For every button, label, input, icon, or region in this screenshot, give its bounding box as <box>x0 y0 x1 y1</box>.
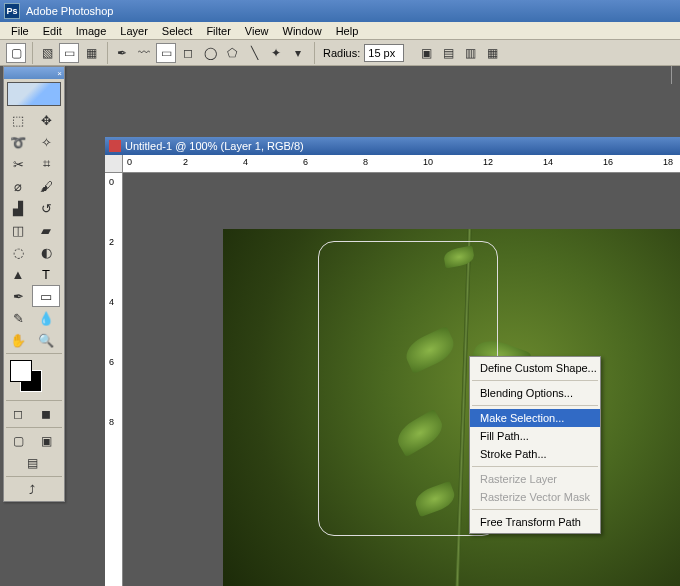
polygon-shape-icon[interactable]: ⬠ <box>222 43 242 63</box>
tools-thumb <box>4 79 64 109</box>
ruler-tick: 0 <box>127 157 132 167</box>
radius-input[interactable] <box>364 44 404 62</box>
screen-mode-full-menu[interactable]: ▣ <box>32 430 60 452</box>
document-titlebar[interactable]: Untitled-1 @ 100% (Layer 1, RGB/8) <box>105 137 680 155</box>
menu-image[interactable]: Image <box>69 23 114 39</box>
history-brush-tool[interactable]: ↺ <box>32 197 60 219</box>
standard-mode-icon[interactable]: ◻ <box>4 403 32 425</box>
separator <box>6 353 62 354</box>
notes-tool[interactable]: ✎ <box>4 307 32 329</box>
zoom-tool[interactable]: 🔍 <box>32 329 60 351</box>
menu-window[interactable]: Window <box>276 23 329 39</box>
path-op-add[interactable]: ▣ <box>416 43 436 63</box>
magic-wand-tool[interactable]: ✧ <box>32 131 60 153</box>
path-op-subtract[interactable]: ▤ <box>438 43 458 63</box>
ruler-tick: 0 <box>109 177 114 187</box>
leaf <box>412 481 458 517</box>
app-titlebar: Ps Adobe Photoshop <box>0 0 680 22</box>
ruler-tick: 10 <box>423 157 433 167</box>
image-content <box>223 229 680 586</box>
separator <box>6 400 62 401</box>
line-shape-icon[interactable]: ╲ <box>244 43 264 63</box>
ruler-tick: 2 <box>109 237 114 247</box>
jump-to-imageready[interactable]: ⤴ <box>4 479 60 501</box>
brush-tool[interactable]: 🖌 <box>32 175 60 197</box>
menu-edit[interactable]: Edit <box>36 23 69 39</box>
menubar: File Edit Image Layer Select Filter View… <box>0 22 680 40</box>
custom-shape-icon[interactable]: ✦ <box>266 43 286 63</box>
ruler-tick: 8 <box>363 157 368 167</box>
color-swatches <box>4 356 64 398</box>
geometry-options-dropdown[interactable]: ▾ <box>288 43 308 63</box>
ruler-origin[interactable] <box>105 155 123 173</box>
photoshop-icon: Ps <box>4 3 20 19</box>
vertical-ruler[interactable]: 0 2 4 6 8 <box>105 173 123 586</box>
menu-blending-options[interactable]: Blending Options... <box>470 384 600 402</box>
hand-tool[interactable]: ✋ <box>4 329 32 351</box>
move-tool[interactable]: ✥ <box>32 109 60 131</box>
menu-stroke-path[interactable]: Stroke Path... <box>470 445 600 463</box>
ruler-tick: 6 <box>109 357 114 367</box>
blur-tool[interactable]: ◌ <box>4 241 32 263</box>
canvas[interactable] <box>223 229 680 586</box>
marquee-tool[interactable]: ⬚ <box>4 109 32 131</box>
slice-tool[interactable]: ⌗ <box>32 153 60 175</box>
ellipse-shape-icon[interactable]: ◯ <box>200 43 220 63</box>
menu-free-transform-path[interactable]: Free Transform Path <box>470 513 600 531</box>
menu-separator <box>472 380 598 381</box>
shape-layers-mode[interactable]: ▧ <box>37 43 57 63</box>
screen-mode-standard[interactable]: ▢ <box>4 430 32 452</box>
dodge-tool[interactable]: ◐ <box>32 241 60 263</box>
menu-view[interactable]: View <box>238 23 276 39</box>
menu-select[interactable]: Select <box>155 23 200 39</box>
ruler-tick: 12 <box>483 157 493 167</box>
menu-file[interactable]: File <box>4 23 36 39</box>
menu-fill-path[interactable]: Fill Path... <box>470 427 600 445</box>
pen-tool[interactable]: ✒ <box>4 285 32 307</box>
radius-label: Radius: <box>323 47 360 59</box>
lasso-tool[interactable]: ➰ <box>4 131 32 153</box>
menu-layer[interactable]: Layer <box>113 23 155 39</box>
healing-brush-tool[interactable]: ⌀ <box>4 175 32 197</box>
ruler-tick: 4 <box>243 157 248 167</box>
leaf <box>401 326 459 374</box>
document-title: Untitled-1 @ 100% (Layer 1, RGB/8) <box>125 140 304 152</box>
path-context-menu: Define Custom Shape... Blending Options.… <box>469 356 601 534</box>
rectangle-shape-icon[interactable]: ▭ <box>156 43 176 63</box>
horizontal-ruler[interactable]: 0 2 4 6 8 10 12 14 16 18 <box>123 155 680 173</box>
path-op-exclude[interactable]: ▦ <box>482 43 502 63</box>
type-tool[interactable]: T <box>32 263 60 285</box>
quickmask-mode-icon[interactable]: ◼ <box>32 403 60 425</box>
shape-tool[interactable]: ▭ <box>32 285 60 307</box>
crop-tool[interactable]: ✂ <box>4 153 32 175</box>
rounded-rect-shape-icon[interactable]: ◻ <box>178 43 198 63</box>
menu-help[interactable]: Help <box>329 23 366 39</box>
menu-make-selection[interactable]: Make Selection... <box>470 409 600 427</box>
menu-rasterize-layer: Rasterize Layer <box>470 470 600 488</box>
ruler-tick: 4 <box>109 297 114 307</box>
app-title: Adobe Photoshop <box>26 5 113 17</box>
clone-stamp-tool[interactable]: ▟ <box>4 197 32 219</box>
menu-define-custom-shape[interactable]: Define Custom Shape... <box>470 359 600 377</box>
eyedropper-tool[interactable]: 💧 <box>32 307 60 329</box>
foreground-color[interactable] <box>10 360 32 382</box>
close-icon[interactable]: × <box>57 69 62 78</box>
separator <box>6 427 62 428</box>
path-op-intersect[interactable]: ▥ <box>460 43 480 63</box>
paths-mode[interactable]: ▭ <box>59 43 79 63</box>
tool-preset-picker[interactable]: ▢ <box>6 43 26 63</box>
fill-pixels-mode[interactable]: ▦ <box>81 43 101 63</box>
pen-tool-icon[interactable]: ✒ <box>112 43 132 63</box>
screen-mode-full[interactable]: ▤ <box>4 452 60 474</box>
ruler-tick: 8 <box>109 417 114 427</box>
divider <box>671 66 672 84</box>
gradient-tool[interactable]: ▰ <box>32 219 60 241</box>
eraser-tool[interactable]: ◫ <box>4 219 32 241</box>
tools-palette: × ⬚ ✥ ➰ ✧ ✂ ⌗ ⌀ 🖌 ▟ ↺ ◫ ▰ ◌ ◐ ▲ T ✒ ▭ ✎ … <box>3 66 65 502</box>
menu-separator <box>472 509 598 510</box>
tools-header[interactable]: × <box>4 67 64 79</box>
path-selection-tool[interactable]: ▲ <box>4 263 32 285</box>
menu-filter[interactable]: Filter <box>199 23 237 39</box>
freeform-pen-icon[interactable]: 〰 <box>134 43 154 63</box>
menu-rasterize-vector-mask: Rasterize Vector Mask <box>470 488 600 506</box>
